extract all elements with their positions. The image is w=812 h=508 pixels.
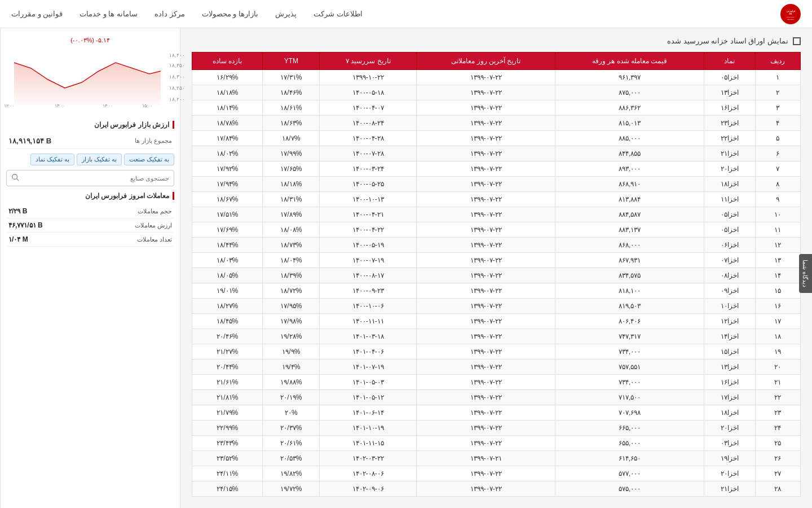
table-cell: ۱۴۰۰-۰۵-۱۸ bbox=[320, 85, 417, 100]
table-row[interactable]: ۲۴اخزا۲۰۶۶۵,۰۰۰۱۳۹۹-۰۷-۲۲۱۴۰۱-۱۰-۱۹۲۰/۳۷… bbox=[192, 421, 801, 436]
tab-by-industry[interactable]: به تفکیک صنعت bbox=[124, 154, 174, 165]
table-row[interactable]: ۱۲اخزا۰۶۸۶۸,۰۰۰۱۳۹۹-۰۷-۲۲۱۴۰۰-۰۵-۱۹۱۸/۷۳… bbox=[192, 238, 801, 253]
table-cell: ۷۳۴,۰۰۰ bbox=[555, 375, 704, 390]
nav-link[interactable]: مرکز داده bbox=[155, 10, 185, 18]
deal-value: ۲/۲۹ B bbox=[8, 207, 27, 215]
table-cell: ۸۸۵,۰۰۰ bbox=[555, 131, 704, 146]
deal-label: ارزش معاملات bbox=[135, 222, 172, 229]
table-cell: ۷۱۷,۵۰۰ bbox=[555, 390, 704, 405]
table-cell: ۶۱۴,۶۵۰ bbox=[555, 451, 704, 466]
nav-link[interactable]: پذیرش bbox=[275, 10, 297, 18]
table-cell: ۱۹/۰۱% bbox=[192, 283, 263, 299]
tab-by-market[interactable]: به تفکیک بازار bbox=[77, 154, 122, 165]
table-cell: ۱۱ bbox=[755, 222, 800, 238]
nav-link-text[interactable]: مرکز داده bbox=[155, 10, 185, 18]
table-row[interactable]: ۱۷اخزا۱۲۸۰۶,۴۰۶۱۳۹۹-۰۷-۲۲۱۴۰۰-۱۱-۱۱۱۷/۹۸… bbox=[192, 314, 801, 329]
table-header-cell: قیمت معامله شده هر ورقه bbox=[555, 52, 704, 70]
table-cell: ۱۸/۰۳% bbox=[192, 253, 263, 268]
table-row[interactable]: ۱۰اخزا۰۵۸۸۴,۵۸۷۱۳۹۹-۰۷-۲۲۱۴۰۰-۰۴-۲۱۱۷/۸۹… bbox=[192, 207, 801, 222]
table-cell: اخزا۲۱ bbox=[704, 146, 756, 161]
table-cell: ۸۳۴,۵۷۵ bbox=[555, 268, 704, 283]
table-cell: ۵۷۷,۰۰۰ bbox=[555, 466, 704, 481]
nav-link[interactable]: بازارها و محصولات bbox=[202, 10, 258, 18]
table-cell: ۱۴۰۰-۰۵-۲۵ bbox=[320, 177, 417, 192]
table-row[interactable]: ۲۲اخزا۱۷۷۱۷,۵۰۰۱۳۹۹-۰۷-۲۲۱۴۰۱-۰۵-۱۲۲۰/۱۹… bbox=[192, 390, 801, 405]
table-cell: ۱۰ bbox=[755, 207, 800, 222]
tab-by-symbol[interactable]: به تفکیک نماد bbox=[30, 154, 74, 165]
industry-search bbox=[6, 170, 174, 186]
nav-link[interactable]: قوانین و مقررات bbox=[11, 10, 63, 18]
table-row[interactable]: ۲اخزا۱۳۸۷۵,۰۰۰۱۳۹۹-۰۷-۲۲۱۴۰۰-۰۵-۱۸۱۸/۴۶%… bbox=[192, 85, 801, 100]
nav-link-text[interactable]: بازارها و محصولات bbox=[202, 10, 258, 18]
table-row[interactable]: ۸اخزا۱۸۸۶۸,۹۱۰۱۳۹۹-۰۷-۲۲۱۴۰۰-۰۵-۲۵۱۸/۱۸%… bbox=[192, 177, 801, 192]
table-row[interactable]: ۱۵اخزا۰۹۸۱۸,۱۰۰۱۳۹۹-۰۷-۲۲۱۴۰۰-۰۹-۲۳۱۸/۷۲… bbox=[192, 283, 801, 299]
deal-row: حجم معاملات۲/۲۹ B bbox=[6, 204, 174, 218]
table-row[interactable]: ۱۸اخزا۱۴۷۴۷,۳۱۷۱۳۹۹-۰۷-۲۲۱۴۰۱-۰۳-۱۸۱۹/۲۸… bbox=[192, 329, 801, 344]
table-cell: ۱۳۹۹-۰۷-۲۲ bbox=[417, 360, 555, 375]
nav-link-text[interactable]: سامانه ها و خدمات bbox=[80, 10, 138, 18]
table-cell: ۲۲/۹۹% bbox=[192, 421, 263, 436]
table-row[interactable]: ۷اخزا۲۰۸۹۳,۰۰۰۱۳۹۹-۰۷-۲۲۱۴۰۰-۰۳-۲۴۱۷/۶۵%… bbox=[192, 161, 801, 177]
table-row[interactable]: ۱۶اخزا۱۰۸۱۹,۵۰۳۱۳۹۹-۰۷-۲۲۱۴۰۰-۱۰-۰۶۱۷/۹۵… bbox=[192, 299, 801, 314]
table-cell: ۱۳۹۹-۰۷-۲۲ bbox=[417, 116, 555, 131]
table-cell: ۱۸/۶۳% bbox=[263, 116, 320, 131]
deal-label: حجم معاملات bbox=[138, 208, 172, 215]
search-input[interactable] bbox=[24, 172, 174, 185]
nav-link-text[interactable]: قوانین و مقررات bbox=[11, 10, 63, 18]
table-row[interactable]: ۱۱اخزا۰۵۸۸۳,۱۳۷۱۳۹۹-۰۷-۲۲۱۴۰۰-۰۴-۲۲۱۸/۰۸… bbox=[192, 222, 801, 238]
table-header-cell: تاریخ سررسید ۷ bbox=[320, 52, 417, 70]
table-cell: اخزا۰۶ bbox=[704, 238, 756, 253]
table-cell: ۵ bbox=[755, 131, 800, 146]
table-cell: ۱۹/۹% bbox=[263, 344, 320, 360]
table-row[interactable]: ۶اخزا۲۱۸۴۴,۸۵۵۱۳۹۹-۰۷-۲۲۱۴۰۰-۰۷-۲۸۱۷/۹۹%… bbox=[192, 146, 801, 161]
table-cell: ۱۸/۱۸% bbox=[192, 85, 263, 100]
nav-link-text[interactable]: اطلاعات شرکت bbox=[314, 10, 363, 18]
table-row[interactable]: ۱اخزا۰۵۹۶۱,۳۹۷۱۳۹۹-۰۷-۲۲۱۳۹۹-۱۰-۲۲۱۷/۳۱%… bbox=[192, 70, 801, 85]
table-row[interactable]: ۲۸اخزا۲۱۵۷۵,۰۰۰۱۳۹۹-۰۷-۲۲۱۴۰۲-۰۹-۰۶۱۹/۷۲… bbox=[192, 481, 801, 497]
table-row[interactable]: ۲۷اخزا۲۰۵۷۷,۰۰۰۱۳۹۹-۰۷-۲۲۱۴۰۲-۰۸-۰۶۱۹/۸۲… bbox=[192, 466, 801, 481]
table-row[interactable]: ۱۳اخزا۰۷۸۶۷,۹۳۱۱۳۹۹-۰۷-۲۲۱۴۰۰-۰۷-۱۹۱۸/۰۴… bbox=[192, 253, 801, 268]
table-cell: ۱۳۹۹-۰۷-۲۲ bbox=[417, 161, 555, 177]
table-cell: ۱۳۹۹-۰۷-۲۲ bbox=[417, 329, 555, 344]
table-cell: ۱۳۹۹-۰۷-۲۲ bbox=[417, 375, 555, 390]
table-cell: ۱۷/۹۵% bbox=[263, 299, 320, 314]
table-row[interactable]: ۲۵اخزا۰۳۶۵۵,۰۰۰۱۳۹۹-۰۷-۲۲۱۴۰۱-۱۱-۱۵۲۰/۶۱… bbox=[192, 436, 801, 451]
table-cell: ۲۲ bbox=[755, 390, 800, 405]
table-row[interactable]: ۲۱اخزا۱۶۷۳۴,۰۰۰۱۳۹۹-۰۷-۲۲۱۴۰۱-۰۵-۰۳۱۹/۸۸… bbox=[192, 375, 801, 390]
table-cell: ۱۴۰۱-۰۴-۰۶ bbox=[320, 344, 417, 360]
table-row[interactable]: ۴اخزا۲۳۸۱۵,۰۱۳۱۳۹۹-۰۷-۲۲۱۴۰۰-۰۸-۲۴۱۸/۶۳%… bbox=[192, 116, 801, 131]
table-cell: اخزا۲۰ bbox=[704, 466, 756, 481]
table-cell: ۱۷/۹۸% bbox=[263, 314, 320, 329]
nav-link[interactable]: سامانه ها و خدمات bbox=[80, 10, 138, 18]
table-cell: ۱۷/۹۹% bbox=[263, 146, 320, 161]
sidebar-scroll[interactable]: دیدگاه شما bbox=[799, 254, 812, 293]
table-row[interactable]: ۵اخزا۲۲۸۸۵,۰۰۰۱۳۹۹-۰۷-۲۲۱۴۰۰-۰۴-۲۸۱۸/۷%۱… bbox=[192, 131, 801, 146]
table-cell: ۱۷/۸۹% bbox=[263, 207, 320, 222]
table-cell: ۱۸/۷% bbox=[263, 131, 320, 146]
table-cell: اخزا۰۵ bbox=[704, 70, 756, 85]
table-cell: ۲۳/۴۳% bbox=[192, 436, 263, 451]
table-cell: ۷۳۴,۰۰۰ bbox=[555, 344, 704, 360]
table-cell: ۵۷۵,۰۰۰ bbox=[555, 481, 704, 497]
nav-link-text[interactable]: پذیرش bbox=[275, 10, 297, 18]
table-cell: اخزا۱۸ bbox=[704, 405, 756, 421]
table-cell: ۲۱ bbox=[755, 375, 800, 390]
table-row[interactable]: ۲۶اخزا۱۹۶۱۴,۶۵۰۱۳۹۹-۰۷-۲۱۱۴۰۲-۰۳-۲۲۲۰/۵۳… bbox=[192, 451, 801, 466]
table-row[interactable]: ۲۰اخزا۱۳۷۵۷,۵۵۱۱۳۹۹-۰۷-۲۲۱۴۰۱-۰۷-۱۹۱۹/۴%… bbox=[192, 360, 801, 375]
table-cell: ۱۸/۷۸% bbox=[192, 116, 263, 131]
logo-icon: فرابورس IFB IRAN FARA BOURSE bbox=[780, 4, 801, 24]
logo[interactable]: فرابورس IFB IRAN FARA BOURSE bbox=[780, 4, 801, 24]
table-row[interactable]: ۳اخزا۱۶۸۸۶,۳۶۲۱۳۹۹-۰۷-۲۲۱۴۰۰-۰۴-۰۷۱۸/۶۱%… bbox=[192, 100, 801, 116]
table-cell: ۷۰۷,۶۹۸ bbox=[555, 405, 704, 421]
svg-text:۱۸,۴۰۰: ۱۸,۴۰۰ bbox=[169, 52, 185, 58]
table-row[interactable]: ۱۹اخزا۱۵۷۳۴,۰۰۰۱۳۹۹-۰۷-۲۲۱۴۰۱-۰۴-۰۶۱۹/۹%… bbox=[192, 344, 801, 360]
table-cell: ۱۹/۲۸% bbox=[263, 329, 320, 344]
table-cell: ۱۳۹۹-۰۷-۲۲ bbox=[417, 481, 555, 497]
table-cell: اخزا۰۸ bbox=[704, 268, 756, 283]
table-cell: ۲۶ bbox=[755, 451, 800, 466]
table-row[interactable]: ۹اخزا۱۱۸۱۳,۸۸۴۱۳۹۹-۰۷-۲۲۱۴۰۰-۱۰-۱۳۱۸/۳۱%… bbox=[192, 192, 801, 207]
table-row[interactable]: ۱۴اخزا۰۸۸۳۴,۵۷۵۱۳۹۹-۰۷-۲۲۱۴۰۰-۰۸-۱۷۱۸/۳۹… bbox=[192, 268, 801, 283]
table-cell: ۸۸۶,۳۶۲ bbox=[555, 100, 704, 116]
nav-link[interactable]: اطلاعات شرکت bbox=[314, 10, 363, 18]
table-row[interactable]: ۲۳اخزا۱۸۷۰۷,۶۹۸۱۳۹۹-۰۷-۲۲۱۴۰۱-۰۶-۱۴۲۰%۲۱… bbox=[192, 405, 801, 421]
